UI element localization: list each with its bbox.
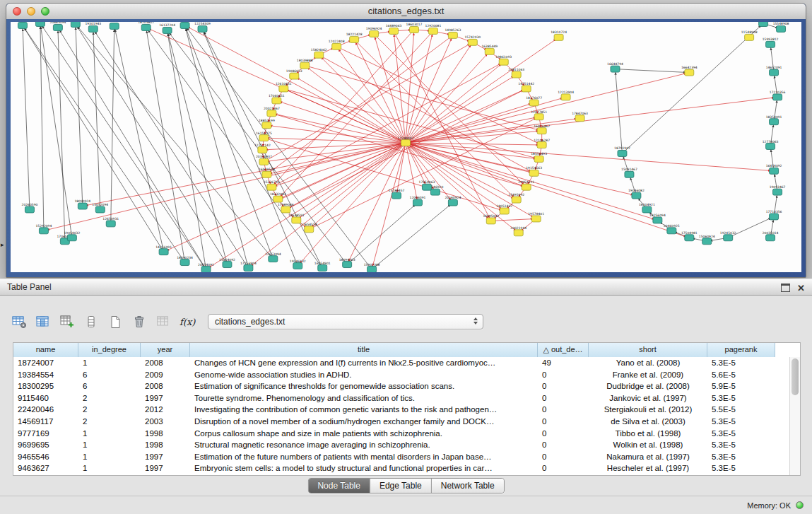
- table-selector-dropdown[interactable]: citations_edges.txt: [208, 314, 483, 329]
- close-panel-icon[interactable]: ✕: [797, 284, 805, 293]
- graph-node[interactable]: 15264092: [219, 258, 235, 268]
- graph-node[interactable]: 12920081: [425, 24, 442, 34]
- column-header-in_degree[interactable]: in_degree: [78, 343, 141, 357]
- cell-title[interactable]: Investigating the contribution of common…: [190, 404, 538, 416]
- cell-name[interactable]: 18300295: [13, 380, 78, 392]
- graph-node[interactable]: 11548908: [741, 30, 758, 40]
- graph-node[interactable]: 14751442: [518, 82, 534, 92]
- tab-network-table[interactable]: Network Table: [431, 479, 504, 493]
- column-header-name[interactable]: name: [13, 343, 78, 357]
- graph-node[interactable]: 15060924: [699, 235, 715, 245]
- graph-node[interactable]: 18203807: [138, 22, 154, 30]
- cell-out_degree[interactable]: 0: [538, 428, 589, 440]
- cell-name[interactable]: 14569117: [13, 416, 78, 428]
- column-header-pagerank[interactable]: pagerank: [707, 343, 775, 357]
- new-column-icon[interactable]: [58, 313, 76, 330]
- graph-node[interactable]: 14985263: [445, 28, 461, 38]
- network-window-titlebar[interactable]: citations_edges.txt: [6, 4, 806, 20]
- cell-in_degree[interactable]: 2: [78, 392, 141, 404]
- table-row[interactable]: 1872400712008Changes of HCN gene express…: [13, 357, 789, 369]
- tab-node-table[interactable]: Node Table: [308, 479, 370, 493]
- table-row[interactable]: 911546021997Tourette syndrome. Phenomeno…: [13, 392, 789, 404]
- graph-node[interactable]: 20663094: [49, 22, 66, 30]
- cell-in_degree[interactable]: 1: [78, 451, 141, 463]
- import-table-icon[interactable]: [154, 313, 172, 330]
- cell-short[interactable]: Tibbo et al. (1998): [589, 428, 707, 440]
- graph-node[interactable]: 19546032: [290, 259, 306, 269]
- cell-year[interactable]: 1997: [141, 392, 190, 404]
- cell-short[interactable]: Hescheler et al. (1997): [589, 462, 707, 474]
- graph-node[interactable]: 15922904: [177, 22, 193, 28]
- graph-node[interactable]: 19154563: [526, 166, 542, 176]
- graph-node[interactable]: 17210356: [770, 90, 786, 100]
- graph-node[interactable]: 16995042: [483, 214, 499, 224]
- graph-node[interactable]: 20160924: [445, 196, 461, 206]
- cell-out_degree[interactable]: 49: [538, 357, 589, 369]
- graph-node[interactable]: 15292094: [36, 224, 52, 234]
- cell-year[interactable]: 1997: [141, 462, 190, 474]
- graph-node[interactable]: 16454092: [766, 164, 782, 174]
- cell-year[interactable]: 1998: [141, 428, 190, 440]
- function-builder-icon[interactable]: f(x): [178, 313, 196, 330]
- graph-node[interactable]: 12774063: [763, 140, 779, 150]
- table-row[interactable]: 946362711997Embryonic stem cells: a mode…: [13, 462, 789, 474]
- cell-name[interactable]: 22420046: [13, 404, 78, 416]
- graph-node[interactable]: 17256904: [240, 262, 257, 271]
- cell-out_degree[interactable]: 0: [538, 416, 589, 428]
- cell-name[interactable]: 9699695: [13, 439, 78, 451]
- new-file-icon[interactable]: [106, 313, 124, 330]
- cell-out_degree[interactable]: 0: [538, 369, 589, 381]
- graph-node[interactable]: 12106287: [534, 139, 550, 148]
- graph-node[interactable]: 18354091: [766, 115, 782, 125]
- graph-node[interactable]: 17989066: [278, 203, 294, 213]
- table-scrollbar[interactable]: [789, 357, 800, 475]
- cell-name[interactable]: 9115460: [13, 392, 78, 404]
- cell-name[interactable]: 9463627: [13, 462, 78, 474]
- column-header-year[interactable]: year: [141, 343, 190, 357]
- graph-node[interactable]: 20460925: [664, 224, 680, 234]
- graph-node[interactable]: 17654558: [301, 223, 317, 233]
- select-columns-icon[interactable]: [34, 313, 52, 330]
- cell-out_degree[interactable]: 0: [538, 439, 589, 451]
- graph-node[interactable]: 20260590: [22, 203, 38, 213]
- delete-table-icon[interactable]: [130, 313, 148, 330]
- graph-node[interactable]: 19245032: [720, 231, 736, 241]
- graph-node[interactable]: 19086053: [286, 69, 302, 79]
- table-settings-icon[interactable]: [10, 313, 28, 330]
- graph-node[interactable]: 20811063: [508, 68, 524, 78]
- graph-node[interactable]: 15824062: [311, 48, 327, 58]
- graph-node[interactable]: 19861093: [495, 55, 512, 65]
- cell-in_degree[interactable]: 6: [78, 380, 141, 392]
- cell-pagerank[interactable]: 5.3E-5: [707, 462, 775, 474]
- graph-node[interactable]: 19578401: [528, 212, 544, 222]
- cell-year[interactable]: 2003: [141, 416, 190, 428]
- graph-node[interactable]: 18852199: [259, 119, 275, 129]
- cell-title[interactable]: Changes of HCN gene expression and I(f) …: [190, 357, 538, 369]
- cell-year[interactable]: 2008: [141, 357, 190, 369]
- graph-node[interactable]: 20035014: [763, 231, 779, 241]
- cell-out_degree[interactable]: 0: [538, 451, 589, 463]
- cell-title[interactable]: Tourette syndrome. Phenomenology and cla…: [190, 392, 538, 404]
- cell-title[interactable]: Genome-wide association studies in ADHD.: [190, 369, 538, 381]
- cell-short[interactable]: Wolkin et al. (1998): [589, 439, 707, 451]
- graph-node[interactable]: 18090924: [74, 199, 90, 209]
- graph-node[interactable]: 12542094: [67, 22, 83, 27]
- graph-node[interactable]: 12653094: [265, 252, 281, 262]
- cell-title[interactable]: Corpus callosum shape and size in male p…: [190, 428, 538, 440]
- cell-in_degree[interactable]: 1: [78, 357, 141, 369]
- cell-year[interactable]: 2012: [141, 404, 190, 416]
- graph-node[interactable]: 12254309: [194, 22, 211, 32]
- cell-in_degree[interactable]: 2: [78, 416, 141, 428]
- tab-edge-table[interactable]: Edge Table: [370, 479, 431, 493]
- graph-node[interactable]: 14638591: [288, 214, 305, 223]
- cell-title[interactable]: Structural magnetic resonance image aver…: [190, 439, 538, 451]
- network-canvas[interactable]: 1803988819086053126106511706065120021067…: [11, 22, 801, 272]
- graph-node[interactable]: 19093467: [770, 185, 786, 195]
- cell-short[interactable]: Franke et al. (2009): [589, 369, 707, 381]
- cell-short[interactable]: Stergiakouli et al. (2012): [589, 404, 707, 416]
- graph-node[interactable]: 16254901: [314, 262, 331, 271]
- cell-title[interactable]: Embryonic stem cells: a model to study s…: [190, 462, 538, 474]
- graph-node[interactable]: 15091467: [621, 168, 637, 177]
- graph-node[interactable]: 12022408: [329, 40, 345, 49]
- graph-node[interactable]: 14652091: [766, 66, 782, 76]
